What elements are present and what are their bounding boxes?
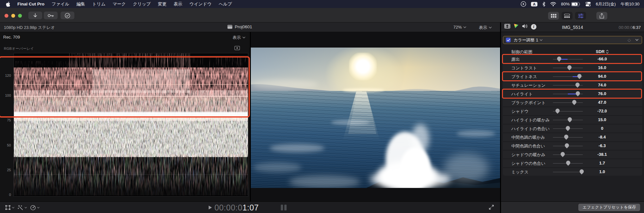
minimize-window-button[interactable] [11, 14, 15, 18]
playhead-timecode[interactable]: 00:00:01:07 [214, 203, 259, 212]
annotation-box-parameter [502, 54, 642, 64]
parameter-label: ミックス [511, 169, 528, 175]
slider-track[interactable] [553, 172, 583, 173]
wifi-icon[interactable] [550, 2, 556, 6]
parameter-slider[interactable] [553, 107, 583, 115]
menubar-date[interactable]: 6月2日(金) [596, 1, 616, 7]
inspector-bottom-bar: エフェクトプリセットを保存 [501, 201, 644, 213]
parameter-value[interactable]: -6.3 [587, 143, 617, 148]
slider-thumb[interactable] [555, 109, 560, 114]
parameter-slider[interactable] [553, 168, 583, 176]
slider-thumb[interactable] [566, 161, 570, 166]
retime-gauge-icon [30, 205, 36, 210]
input-source-badge[interactable]: A [531, 2, 537, 6]
scope-axis-label: 50 [1, 143, 11, 147]
enhancements-button[interactable] [18, 205, 27, 210]
inspector-toggle-button[interactable] [575, 12, 586, 20]
parameter-slider[interactable] [553, 142, 583, 150]
slider-thumb[interactable] [567, 65, 572, 70]
menu-item[interactable]: ヘルプ [219, 1, 232, 7]
slider-track[interactable] [553, 155, 583, 155]
menubar-clock[interactable]: 午前10:30 [620, 1, 639, 7]
parameter-value[interactable]: 15.0 [587, 117, 617, 122]
parameter-value[interactable]: -8.4 [587, 135, 617, 139]
retime-button[interactable] [30, 205, 40, 210]
slider-thumb[interactable] [561, 152, 565, 157]
parameter-slider[interactable] [553, 133, 583, 141]
parameter-value[interactable]: -72.0 [587, 109, 617, 113]
menu-item[interactable]: 編集 [76, 1, 85, 7]
parameter-slider[interactable] [553, 159, 583, 167]
menu-item[interactable]: トリム [92, 1, 105, 7]
slider-thumb[interactable] [580, 169, 584, 174]
timeline-view-button[interactable] [562, 12, 573, 20]
grid-icon [551, 14, 556, 18]
scope-axis-label: 0 [1, 193, 11, 197]
menu-item[interactable]: 変更 [158, 1, 166, 7]
menu-app-name[interactable]: Final Cut Pro [17, 2, 44, 6]
parameter-label: 中間色調の色合い [511, 143, 545, 149]
parameter-row: シャドウの色合い 1.7 [503, 159, 642, 167]
slider-thumb[interactable] [572, 100, 576, 105]
parameter-slider[interactable] [553, 81, 583, 89]
control-center-icon[interactable] [585, 2, 591, 6]
viewer-view-menu[interactable]: 表示 [479, 25, 492, 31]
chevron-down-icon [242, 37, 245, 39]
slider-thumb[interactable] [568, 117, 572, 122]
apple-menu-icon[interactable] [6, 2, 10, 7]
battery-percent: 80% [561, 2, 570, 6]
parameter-slider[interactable] [553, 125, 583, 132]
slider-thumb[interactable] [575, 83, 580, 88]
parameter-slider[interactable] [553, 116, 583, 124]
scope-view-label: 表示 [232, 35, 241, 40]
magic-wand-icon [18, 205, 23, 210]
bluetooth-icon[interactable] [542, 2, 545, 7]
transform-tool-button[interactable] [5, 205, 14, 210]
parameter-value[interactable]: 0 [587, 126, 617, 131]
save-effect-preset-button[interactable]: エフェクトプリセットを保存 [578, 204, 640, 211]
battery-indicator[interactable]: 80% [561, 2, 581, 6]
parameter-row: ハイライトの色合い 0 [503, 125, 642, 132]
close-window-button[interactable] [5, 14, 8, 18]
parameter-slider[interactable] [553, 151, 583, 158]
menu-bar: Final Cut Pro ファイル 編集 トリム マーク クリップ 変更 表示… [0, 0, 644, 8]
audio-meters-toggle[interactable] [281, 205, 287, 210]
viewer-zoom-select[interactable]: 72% [453, 25, 466, 30]
parameter-value[interactable]: 47.0 [587, 100, 617, 105]
parameter-value[interactable]: 16.0 [587, 65, 617, 70]
slider-thumb[interactable] [565, 143, 569, 148]
video-scope-panel: Rec. 709 表示 RGBオーバーレイ 120 100 75 50 25 0 [0, 32, 250, 201]
chevron-down-icon [12, 207, 14, 209]
menu-item[interactable]: 表示 [174, 1, 182, 7]
parameter-value[interactable]: 1.0 [587, 169, 617, 174]
menu-item[interactable]: マーク [113, 1, 126, 7]
parameter-slider[interactable] [553, 64, 583, 72]
browser-view-button[interactable] [548, 12, 559, 20]
slider-track[interactable] [553, 102, 583, 103]
import-media-button[interactable] [28, 12, 42, 19]
zoom-window-button[interactable] [18, 14, 22, 18]
menu-item[interactable]: ウインドウ [189, 1, 212, 7]
play-button[interactable] [209, 206, 212, 209]
share-button[interactable] [596, 12, 607, 20]
parameters-list: 露出 -66.0 コントラスト 16.0 [503, 32, 642, 201]
parameter-slider[interactable] [553, 99, 583, 106]
slider-thumb[interactable] [564, 135, 568, 140]
fullscreen-button[interactable] [489, 205, 494, 211]
menu-item[interactable]: ファイル [52, 1, 69, 7]
chevron-down-icon [24, 207, 27, 209]
parameter-value[interactable]: -38.1 [587, 152, 617, 157]
menu-item[interactable]: クリップ [133, 1, 151, 7]
parameter-value[interactable]: 74.0 [587, 83, 617, 87]
parameter-value[interactable]: 1.7 [587, 161, 617, 165]
project-title[interactable]: Proj0601 [227, 24, 252, 29]
play-circle-icon[interactable] [521, 1, 526, 7]
zoom-value: 72% [453, 25, 462, 30]
keywords-button[interactable] [44, 12, 58, 19]
expand-arrows-icon [489, 205, 494, 210]
background-tasks-button[interactable] [61, 12, 74, 19]
key-icon [48, 14, 54, 17]
scope-display-settings-icon[interactable] [234, 46, 240, 51]
slider-thumb[interactable] [566, 126, 570, 131]
scope-view-menu[interactable]: 表示 [232, 35, 245, 40]
